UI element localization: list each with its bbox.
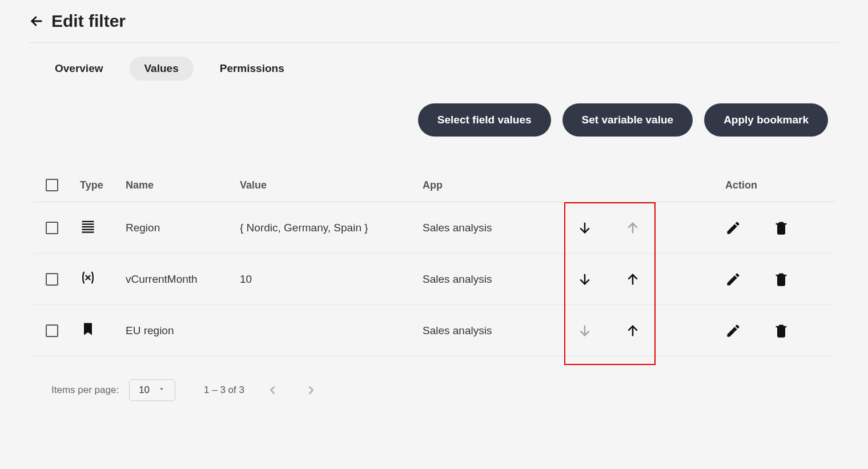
next-page-icon[interactable] [305, 384, 318, 396]
row-app: Sales analysis [423, 222, 577, 234]
list-icon [80, 218, 126, 237]
delete-icon[interactable] [773, 220, 789, 236]
row-app: Sales analysis [423, 324, 577, 337]
pagination-range: 1 – 3 of 3 [204, 384, 244, 396]
chevron-down-icon [158, 384, 166, 396]
row-checkbox[interactable] [46, 273, 58, 286]
col-header-value: Value [240, 179, 423, 191]
col-header-app: App [423, 179, 577, 191]
delete-icon[interactable] [773, 271, 789, 287]
move-down-icon [577, 323, 593, 339]
edit-icon[interactable] [725, 323, 741, 339]
col-header-action: Action [725, 179, 862, 191]
row-app: Sales analysis [423, 273, 577, 286]
svg-rect-3 [82, 229, 94, 230]
variable-icon [80, 270, 126, 288]
set-variable-value-button[interactable]: Set variable value [562, 103, 693, 137]
page-title: Edit filter [51, 11, 126, 31]
svg-rect-0 [82, 221, 94, 222]
move-down-icon[interactable] [577, 271, 593, 287]
row-name: Region [126, 222, 240, 234]
row-checkbox[interactable] [46, 324, 58, 337]
tab-values[interactable]: Values [130, 57, 194, 81]
row-value: { Nordic, Germany, Spain } [240, 222, 423, 234]
edit-icon[interactable] [725, 220, 741, 236]
apply-bookmark-button[interactable]: Apply bookmark [704, 103, 828, 137]
row-checkbox[interactable] [46, 222, 58, 234]
col-header-type: Type [80, 179, 126, 191]
select-field-values-button[interactable]: Select field values [418, 103, 551, 137]
move-down-icon[interactable] [577, 220, 593, 236]
items-per-page-label: Items per page: [51, 384, 119, 396]
bookmark-icon [80, 321, 126, 340]
items-per-page-select[interactable]: 10 [129, 379, 175, 401]
col-header-name: Name [126, 179, 240, 191]
table-row: vCurrentMonth 10 Sales analysis [33, 254, 835, 305]
row-value: 10 [240, 273, 423, 286]
table-row: EU region Sales analysis [33, 305, 835, 356]
move-up-icon[interactable] [625, 271, 641, 287]
table-row: Region { Nordic, Germany, Spain } Sales … [33, 202, 835, 254]
svg-rect-2 [82, 226, 94, 227]
row-name: EU region [126, 324, 240, 337]
prev-page-icon[interactable] [266, 384, 279, 396]
move-up-icon[interactable] [625, 323, 641, 339]
items-per-page-value: 10 [139, 384, 150, 396]
table-header-row: Type Name Value App Action [33, 171, 835, 202]
delete-icon[interactable] [773, 323, 789, 339]
svg-rect-4 [82, 231, 94, 233]
edit-icon[interactable] [725, 271, 741, 287]
tab-overview[interactable]: Overview [40, 57, 118, 81]
tab-permissions[interactable]: Permissions [205, 57, 299, 81]
move-up-icon [625, 220, 641, 236]
back-arrow-icon[interactable] [29, 13, 45, 29]
svg-rect-1 [82, 223, 94, 225]
tabs: Overview Values Permissions [29, 43, 839, 103]
select-all-checkbox[interactable] [46, 179, 58, 191]
row-name: vCurrentMonth [126, 273, 240, 286]
